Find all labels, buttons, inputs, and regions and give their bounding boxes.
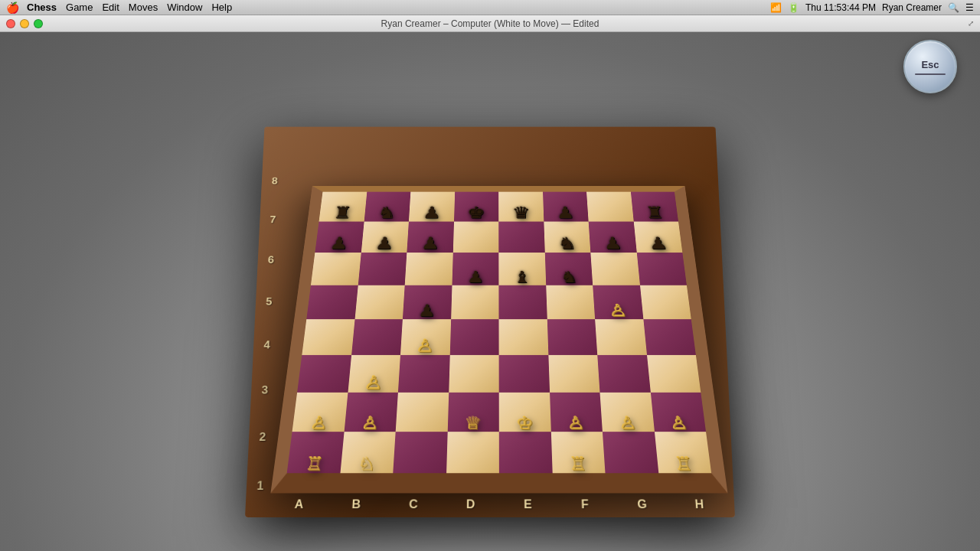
- square-a3[interactable]: [297, 355, 351, 393]
- expand-icon[interactable]: ⤢: [968, 19, 974, 28]
- close-button[interactable]: [6, 19, 15, 28]
- square-h4[interactable]: [643, 319, 696, 355]
- piece-e6[interactable]: ♝: [514, 269, 531, 285]
- square-d4[interactable]: [449, 319, 498, 355]
- square-c6[interactable]: [405, 253, 453, 285]
- square-h8[interactable]: ♜: [630, 192, 678, 222]
- square-a1[interactable]: ♖: [287, 432, 344, 473]
- menu-moves[interactable]: Moves: [129, 2, 158, 13]
- square-a6[interactable]: [311, 253, 361, 285]
- menu-chess[interactable]: Chess: [27, 2, 57, 13]
- square-b4[interactable]: [351, 319, 403, 355]
- square-h5[interactable]: [640, 285, 691, 320]
- piece-c7[interactable]: ♟: [420, 235, 440, 252]
- square-d2[interactable]: ♕: [447, 393, 499, 432]
- menu-window[interactable]: Window: [167, 2, 202, 13]
- piece-h8[interactable]: ♜: [645, 204, 665, 220]
- maximize-button[interactable]: [34, 19, 43, 28]
- square-g2[interactable]: ♙: [599, 393, 654, 432]
- piece-b7[interactable]: ♟: [374, 235, 394, 252]
- square-d8[interactable]: ♚: [454, 192, 499, 222]
- square-f1[interactable]: ♖: [550, 432, 605, 473]
- square-e7[interactable]: [498, 222, 544, 253]
- square-g1[interactable]: [603, 432, 658, 473]
- square-e1[interactable]: [499, 432, 552, 473]
- square-h3[interactable]: [647, 355, 701, 393]
- piece-a7[interactable]: ♟: [328, 235, 349, 252]
- square-d7[interactable]: [452, 222, 498, 253]
- piece-f8[interactable]: ♟: [556, 204, 575, 220]
- square-g4[interactable]: [595, 319, 646, 355]
- square-f4[interactable]: [547, 319, 597, 355]
- piece-b2[interactable]: ♙: [361, 415, 380, 432]
- square-f3[interactable]: [548, 355, 600, 393]
- square-f8[interactable]: ♟: [543, 192, 589, 222]
- square-h7[interactable]: ♟: [633, 222, 682, 253]
- square-c5[interactable]: ♟: [403, 285, 452, 320]
- square-b7[interactable]: ♟: [361, 222, 409, 253]
- piece-c4[interactable]: ♙: [416, 337, 435, 355]
- piece-h7[interactable]: ♟: [648, 235, 668, 252]
- square-e5[interactable]: [498, 285, 547, 320]
- piece-f7[interactable]: ♞: [557, 235, 577, 252]
- esc-button[interactable]: Esc: [903, 40, 957, 93]
- square-b2[interactable]: ♙: [344, 393, 398, 432]
- square-a4[interactable]: [302, 319, 354, 355]
- square-b3[interactable]: ♙: [348, 355, 400, 393]
- piece-a1[interactable]: ♖: [305, 455, 324, 473]
- square-e2[interactable]: ♔: [499, 393, 551, 432]
- piece-g7[interactable]: ♟: [603, 235, 622, 252]
- piece-f1[interactable]: ♖: [569, 455, 587, 473]
- menu-edit[interactable]: Edit: [102, 2, 119, 13]
- square-c4[interactable]: ♙: [400, 319, 451, 355]
- piece-d6[interactable]: ♟: [466, 269, 484, 285]
- square-g5[interactable]: ♙: [593, 285, 643, 320]
- square-d5[interactable]: [451, 285, 499, 320]
- square-e3[interactable]: [499, 355, 550, 393]
- square-c2[interactable]: [396, 393, 449, 432]
- square-h1[interactable]: ♖: [654, 432, 711, 473]
- square-g8[interactable]: [586, 192, 633, 222]
- menu-game[interactable]: Game: [66, 2, 93, 13]
- square-h6[interactable]: [636, 253, 687, 285]
- piece-c8[interactable]: ♟: [422, 204, 441, 220]
- square-h2[interactable]: ♙: [650, 393, 706, 432]
- piece-c5[interactable]: ♟: [418, 302, 436, 319]
- square-b8[interactable]: ♞: [364, 192, 410, 222]
- square-d3[interactable]: [449, 355, 499, 393]
- piece-a2[interactable]: ♙: [309, 415, 328, 432]
- square-g3[interactable]: [597, 355, 650, 393]
- piece-d8[interactable]: ♚: [467, 204, 485, 220]
- square-c8[interactable]: ♟: [409, 192, 455, 222]
- list-icon[interactable]: ☰: [965, 2, 974, 13]
- piece-f2[interactable]: ♙: [567, 415, 585, 432]
- piece-h2[interactable]: ♙: [670, 415, 689, 432]
- piece-a8[interactable]: ♜: [332, 204, 352, 220]
- piece-e8[interactable]: ♛: [511, 204, 530, 220]
- square-e4[interactable]: [499, 319, 548, 355]
- piece-g5[interactable]: ♙: [609, 302, 628, 319]
- square-g6[interactable]: [590, 253, 639, 285]
- square-c1[interactable]: [393, 432, 447, 473]
- square-g7[interactable]: ♟: [589, 222, 637, 253]
- square-b6[interactable]: [358, 253, 407, 285]
- search-icon[interactable]: 🔍: [948, 2, 959, 13]
- square-c7[interactable]: ♟: [407, 222, 453, 253]
- square-e6[interactable]: ♝: [498, 253, 545, 285]
- piece-d2[interactable]: ♕: [465, 415, 482, 432]
- square-c3[interactable]: [398, 355, 449, 393]
- square-a7[interactable]: ♟: [315, 222, 364, 253]
- square-f7[interactable]: ♞: [544, 222, 590, 253]
- square-a5[interactable]: [306, 285, 358, 320]
- square-e8[interactable]: ♛: [498, 192, 544, 222]
- square-b5[interactable]: [354, 285, 405, 320]
- apple-menu[interactable]: 🍎: [6, 2, 19, 14]
- square-d6[interactable]: ♟: [452, 253, 498, 285]
- piece-b1[interactable]: ♘: [358, 455, 376, 473]
- square-b1[interactable]: ♘: [340, 432, 396, 473]
- minimize-button[interactable]: [20, 19, 29, 28]
- piece-b8[interactable]: ♞: [377, 204, 397, 220]
- square-d1[interactable]: [446, 432, 499, 473]
- square-a8[interactable]: ♜: [319, 192, 367, 222]
- square-f6[interactable]: ♞: [544, 253, 593, 285]
